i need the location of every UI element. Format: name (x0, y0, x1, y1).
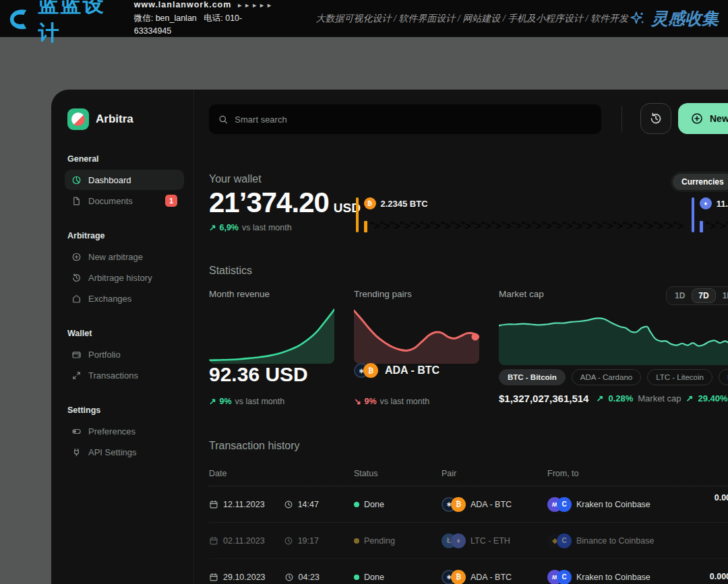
sidebar-item-label: Transactions (88, 370, 138, 381)
tx-pair: LTC - ETH (471, 536, 510, 546)
coin-pill[interactable]: LTC - Litecoin (647, 369, 712, 385)
month-revenue-label: Month revenue (209, 289, 270, 299)
wallet-icon (71, 350, 82, 360)
eth-coin-icon: ♦ (700, 197, 712, 209)
statistics-title: Statistics (209, 265, 252, 277)
trend-down-icon: ↘ (354, 396, 361, 406)
trending-change: ↘ 9% vs last month (354, 396, 429, 406)
range-7d[interactable]: 7D (692, 288, 715, 303)
clock-icon (284, 500, 293, 509)
trend-up-icon: ↗ (209, 396, 216, 406)
coin-filter-pills: BTC - BitcoinADA - CardanoLTC - Litecoin… (499, 369, 728, 385)
sidebar-item-api-settings[interactable]: API Settings (65, 442, 184, 462)
sidebar-item-new-arbitrage[interactable]: New arbitrage (65, 247, 184, 267)
sidebar-item-dashboard[interactable]: Dashboard (65, 170, 184, 190)
calendar-icon (209, 573, 218, 582)
tx-time: 19:17 (298, 536, 319, 546)
btc-coin-icon: ₿ (363, 363, 378, 378)
sidebar-item-documents[interactable]: Documents 1 (65, 191, 184, 211)
tx-date: 29.10.2023 (223, 573, 266, 582)
eth-coin-icon: ♦ (451, 533, 466, 548)
tx-time: 14:47 (298, 500, 319, 509)
sidebar-item-label: New arbitrage (88, 252, 143, 262)
holding-amount: 11.06 ETH (717, 199, 728, 209)
notification-badge: 1 (165, 195, 177, 207)
trend-up-icon: ↗ (596, 393, 603, 403)
table-row[interactable]: 02.11.2023 19:17 Pending Ł♦ LTC - ETH ◆C… (209, 523, 728, 559)
plug-icon (71, 447, 82, 457)
trend-up-icon: ↗ (209, 222, 216, 232)
sidebar-item-preferences[interactable]: Preferences (65, 421, 184, 441)
coinbase-coin-icon: C (557, 570, 572, 584)
dashboard-icon (71, 175, 82, 185)
coin-pill[interactable]: ADA - Cardano (572, 369, 641, 385)
new-arbitrage-button[interactable]: New a (678, 103, 728, 134)
trending-pair: ∗₿ ADA - BTC (354, 363, 439, 378)
search-input[interactable] (235, 115, 592, 125)
tx-date: 02.11.2023 (223, 536, 265, 546)
sidebar-item-transactions[interactable]: Transactions (65, 365, 184, 385)
sidebar-item-label: Exchanges (88, 294, 131, 304)
tx-status: Pending (364, 536, 395, 546)
tx-amounts: 0.0021 (715, 486, 728, 522)
col-from-to: From, to (547, 469, 728, 478)
month-revenue-change: ↗ 9% vs last month (209, 396, 284, 406)
range-control: 1D7D1M (666, 286, 728, 305)
nav-section-arbitrage: Arbitrage New arbitrage Arbitrage histor… (67, 231, 181, 309)
history-button[interactable] (640, 103, 671, 134)
toggle-icon (71, 426, 82, 436)
table-row[interactable]: 29.10.2023 04:23 Done ∗₿ ADA - BTC ʍC Kr… (209, 559, 728, 584)
coin-pill[interactable]: BTC - Bitcoin (499, 369, 566, 385)
app-brand[interactable]: Arbitra (67, 108, 181, 130)
btc-coin-icon: ₿ (451, 570, 466, 584)
clock-icon (284, 573, 294, 582)
sparkle-icon (628, 10, 646, 28)
dashboard-app: Arbitra General Dashboard Documents 1Arb… (51, 90, 728, 584)
coinbase-coin-icon: C (557, 533, 572, 548)
wallet-tab-currencies[interactable]: Currencies (673, 174, 728, 190)
sidebar-item-label: Arbitrage history (88, 273, 152, 283)
holding-btc: ₿2.2345 BTC ">">">">">">">">">">">">">">… (356, 197, 692, 235)
site-services: 大数据可视化设计 / 软件界面设计 / 网站建设 / 手机及小程序设计 / 软件… (315, 13, 628, 25)
main-content: New a Your wallet 21’374.20USD ↗ 6,9% vs… (194, 90, 728, 584)
lanlan-logo-icon (7, 5, 33, 32)
history-icon (71, 273, 82, 283)
nav-section-title: General (67, 154, 181, 164)
sidebar-item-exchanges[interactable]: Exchanges (65, 288, 184, 309)
calendar-icon (209, 536, 218, 546)
status-dot-icon (354, 502, 359, 507)
nav-section-title: Settings (67, 405, 181, 415)
market-cap-label: Market cap (499, 289, 544, 299)
arrows-icon (71, 370, 82, 381)
sidebar-item-label: API Settings (88, 447, 137, 457)
calendar-icon (209, 500, 218, 509)
coin-pill[interactable]: ETH - Ethereu (719, 369, 728, 385)
status-dot-icon (354, 538, 359, 544)
site-brand: 蓝蓝设计 (38, 0, 125, 47)
document-icon (71, 196, 82, 206)
nav-section-title: Arbitrage (67, 231, 181, 240)
site-url[interactable]: www.lanlanwork.com (134, 0, 232, 9)
collection-label: 灵感收集 (651, 7, 719, 30)
clock-icon (284, 536, 293, 546)
range-1d[interactable]: 1D (668, 288, 692, 303)
range-1m[interactable]: 1M (716, 288, 728, 303)
nav-section-wallet: Wallet Portfolio Transactions (67, 329, 181, 385)
wallet-change: ↗ 6,9% vs last month (209, 222, 292, 232)
search-box[interactable] (209, 104, 601, 134)
tx-status: Done (364, 573, 384, 582)
arbitra-logo-icon (67, 108, 89, 130)
sidebar-item-arbitrage-history[interactable]: Arbitrage history (65, 267, 184, 288)
table-row[interactable]: 12.11.2023 14:47 Done ∗₿ ADA - BTC ʍC Kr… (209, 486, 728, 523)
tx-pair: ADA - BTC (471, 573, 512, 582)
tx-time: 04:23 (299, 573, 320, 582)
btc-coin-icon: ₿ (364, 197, 376, 209)
collection-link[interactable]: 灵感收集 (628, 7, 719, 30)
new-arbitrage-label: New a (710, 113, 728, 124)
home-icon (71, 294, 82, 304)
wallet-holdings: ₿2.2345 BTC ">">">">">">">">">">">">">">… (356, 197, 728, 235)
tx-route: Binance to Coinbase (576, 536, 654, 546)
site-logo[interactable]: 蓝蓝设计 (7, 0, 125, 47)
sidebar-item-portfolio[interactable]: Portfolio (65, 344, 184, 364)
topbar-divider (621, 106, 622, 133)
